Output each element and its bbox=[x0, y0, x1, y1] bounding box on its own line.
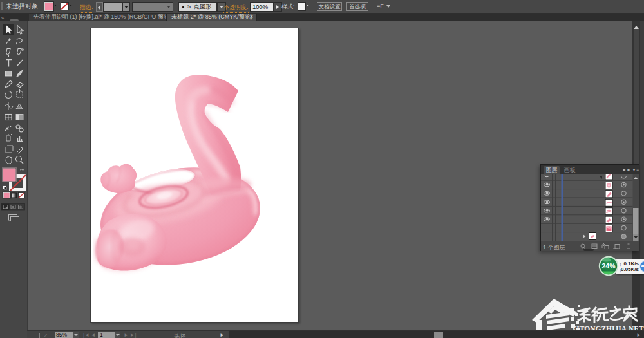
svg-text:24%: 24% bbox=[601, 262, 616, 270]
